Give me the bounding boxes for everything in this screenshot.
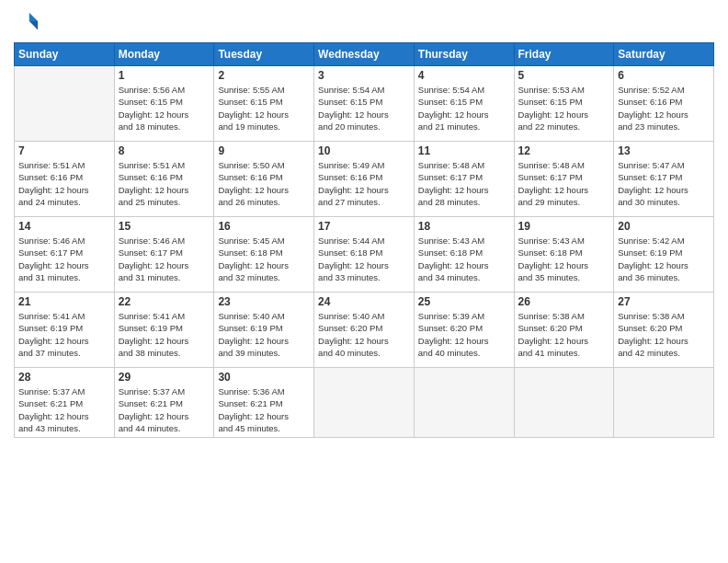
calendar-row-2: 14Sunrise: 5:46 AM Sunset: 6:17 PM Dayli… xyxy=(15,217,714,293)
calendar-cell: 25Sunrise: 5:39 AM Sunset: 6:20 PM Dayli… xyxy=(414,293,514,368)
day-number: 7 xyxy=(18,144,110,157)
day-number: 29 xyxy=(119,371,210,384)
svg-marker-1 xyxy=(29,21,38,29)
day-info: Sunrise: 5:54 AM Sunset: 6:15 PM Dayligh… xyxy=(418,84,510,132)
day-number: 11 xyxy=(418,144,510,157)
day-number: 5 xyxy=(518,69,610,82)
day-info: Sunrise: 5:51 AM Sunset: 6:16 PM Dayligh… xyxy=(18,159,110,208)
day-number: 22 xyxy=(119,295,210,308)
page: SundayMondayTuesdayWednesdayThursdayFrid… xyxy=(0,0,728,563)
calendar-cell xyxy=(314,368,415,438)
day-number: 17 xyxy=(318,220,410,233)
day-info: Sunrise: 5:46 AM Sunset: 6:17 PM Dayligh… xyxy=(119,235,210,283)
calendar-cell: 29Sunrise: 5:37 AM Sunset: 6:21 PM Dayli… xyxy=(114,368,214,438)
calendar-cell: 1Sunrise: 5:56 AM Sunset: 6:15 PM Daylig… xyxy=(114,66,214,142)
calendar-cell: 8Sunrise: 5:51 AM Sunset: 6:16 PM Daylig… xyxy=(114,142,214,217)
calendar-cell xyxy=(414,368,514,438)
svg-marker-0 xyxy=(29,13,38,21)
day-number: 30 xyxy=(218,371,310,384)
day-number: 12 xyxy=(518,144,610,157)
day-info: Sunrise: 5:37 AM Sunset: 6:21 PM Dayligh… xyxy=(119,385,210,434)
calendar-cell: 13Sunrise: 5:47 AM Sunset: 6:17 PM Dayli… xyxy=(614,142,714,217)
weekday-header-wednesday: Wednesday xyxy=(314,43,415,66)
calendar-cell: 15Sunrise: 5:46 AM Sunset: 6:17 PM Dayli… xyxy=(114,217,214,293)
calendar-cell: 26Sunrise: 5:38 AM Sunset: 6:20 PM Dayli… xyxy=(514,293,614,368)
day-info: Sunrise: 5:45 AM Sunset: 6:18 PM Dayligh… xyxy=(218,235,310,283)
calendar-cell: 28Sunrise: 5:37 AM Sunset: 6:21 PM Dayli… xyxy=(15,368,115,438)
calendar-cell: 16Sunrise: 5:45 AM Sunset: 6:18 PM Dayli… xyxy=(214,217,314,293)
calendar-cell: 9Sunrise: 5:50 AM Sunset: 6:16 PM Daylig… xyxy=(214,142,314,217)
calendar: SundayMondayTuesdayWednesdayThursdayFrid… xyxy=(14,42,714,438)
calendar-cell: 19Sunrise: 5:43 AM Sunset: 6:18 PM Dayli… xyxy=(514,217,614,293)
day-info: Sunrise: 5:47 AM Sunset: 6:17 PM Dayligh… xyxy=(618,159,710,208)
day-info: Sunrise: 5:48 AM Sunset: 6:17 PM Dayligh… xyxy=(518,159,610,208)
calendar-cell: 17Sunrise: 5:44 AM Sunset: 6:18 PM Dayli… xyxy=(314,217,415,293)
calendar-row-4: 28Sunrise: 5:37 AM Sunset: 6:21 PM Dayli… xyxy=(15,368,714,438)
calendar-cell: 10Sunrise: 5:49 AM Sunset: 6:16 PM Dayli… xyxy=(314,142,415,217)
day-number: 14 xyxy=(18,220,110,233)
calendar-cell: 30Sunrise: 5:36 AM Sunset: 6:21 PM Dayli… xyxy=(214,368,314,438)
day-info: Sunrise: 5:41 AM Sunset: 6:19 PM Dayligh… xyxy=(119,310,210,359)
calendar-cell: 23Sunrise: 5:40 AM Sunset: 6:19 PM Dayli… xyxy=(214,293,314,368)
day-info: Sunrise: 5:55 AM Sunset: 6:15 PM Dayligh… xyxy=(218,84,310,132)
day-info: Sunrise: 5:43 AM Sunset: 6:18 PM Dayligh… xyxy=(418,235,510,283)
calendar-cell: 4Sunrise: 5:54 AM Sunset: 6:15 PM Daylig… xyxy=(414,66,514,142)
logo-icon xyxy=(14,9,40,35)
day-number: 24 xyxy=(318,295,410,308)
day-info: Sunrise: 5:38 AM Sunset: 6:20 PM Dayligh… xyxy=(518,310,610,359)
day-number: 13 xyxy=(618,144,710,157)
day-info: Sunrise: 5:38 AM Sunset: 6:20 PM Dayligh… xyxy=(618,310,710,359)
day-info: Sunrise: 5:51 AM Sunset: 6:16 PM Dayligh… xyxy=(119,159,210,208)
day-info: Sunrise: 5:37 AM Sunset: 6:21 PM Dayligh… xyxy=(18,385,110,434)
day-number: 19 xyxy=(518,220,610,233)
day-info: Sunrise: 5:52 AM Sunset: 6:16 PM Dayligh… xyxy=(618,84,710,132)
day-info: Sunrise: 5:36 AM Sunset: 6:21 PM Dayligh… xyxy=(218,385,310,434)
day-number: 25 xyxy=(418,295,510,308)
day-info: Sunrise: 5:54 AM Sunset: 6:15 PM Dayligh… xyxy=(318,84,410,132)
day-info: Sunrise: 5:44 AM Sunset: 6:18 PM Dayligh… xyxy=(318,235,410,283)
day-number: 15 xyxy=(119,220,210,233)
calendar-cell: 12Sunrise: 5:48 AM Sunset: 6:17 PM Dayli… xyxy=(514,142,614,217)
day-number: 16 xyxy=(218,220,310,233)
day-number: 2 xyxy=(218,69,310,82)
weekday-header-thursday: Thursday xyxy=(414,43,514,66)
day-info: Sunrise: 5:53 AM Sunset: 6:15 PM Dayligh… xyxy=(518,84,610,132)
calendar-cell: 6Sunrise: 5:52 AM Sunset: 6:16 PM Daylig… xyxy=(614,66,714,142)
calendar-cell: 2Sunrise: 5:55 AM Sunset: 6:15 PM Daylig… xyxy=(214,66,314,142)
calendar-cell: 3Sunrise: 5:54 AM Sunset: 6:15 PM Daylig… xyxy=(314,66,415,142)
day-info: Sunrise: 5:41 AM Sunset: 6:19 PM Dayligh… xyxy=(18,310,110,359)
day-number: 27 xyxy=(618,295,710,308)
calendar-cell: 22Sunrise: 5:41 AM Sunset: 6:19 PM Dayli… xyxy=(114,293,214,368)
day-number: 28 xyxy=(18,371,110,384)
calendar-cell: 14Sunrise: 5:46 AM Sunset: 6:17 PM Dayli… xyxy=(15,217,115,293)
calendar-cell: 20Sunrise: 5:42 AM Sunset: 6:19 PM Dayli… xyxy=(614,217,714,293)
day-number: 23 xyxy=(218,295,310,308)
weekday-header-friday: Friday xyxy=(514,43,614,66)
day-number: 3 xyxy=(318,69,410,82)
day-info: Sunrise: 5:42 AM Sunset: 6:19 PM Dayligh… xyxy=(618,235,710,283)
day-info: Sunrise: 5:40 AM Sunset: 6:20 PM Dayligh… xyxy=(318,310,410,359)
day-number: 8 xyxy=(119,144,210,157)
day-info: Sunrise: 5:56 AM Sunset: 6:15 PM Dayligh… xyxy=(119,84,210,132)
day-info: Sunrise: 5:48 AM Sunset: 6:17 PM Dayligh… xyxy=(418,159,510,208)
day-number: 6 xyxy=(618,69,710,82)
day-number: 26 xyxy=(518,295,610,308)
header xyxy=(14,9,714,35)
day-number: 18 xyxy=(418,220,510,233)
calendar-cell: 5Sunrise: 5:53 AM Sunset: 6:15 PM Daylig… xyxy=(514,66,614,142)
calendar-cell: 24Sunrise: 5:40 AM Sunset: 6:20 PM Dayli… xyxy=(314,293,415,368)
day-number: 4 xyxy=(418,69,510,82)
weekday-header-tuesday: Tuesday xyxy=(214,43,314,66)
calendar-cell xyxy=(514,368,614,438)
day-number: 21 xyxy=(18,295,110,308)
day-info: Sunrise: 5:40 AM Sunset: 6:19 PM Dayligh… xyxy=(218,310,310,359)
calendar-cell: 27Sunrise: 5:38 AM Sunset: 6:20 PM Dayli… xyxy=(614,293,714,368)
day-number: 20 xyxy=(618,220,710,233)
day-number: 10 xyxy=(318,144,410,157)
weekday-header-sunday: Sunday xyxy=(15,43,115,66)
day-number: 1 xyxy=(119,69,210,82)
day-info: Sunrise: 5:50 AM Sunset: 6:16 PM Dayligh… xyxy=(218,159,310,208)
day-number: 9 xyxy=(218,144,310,157)
calendar-cell xyxy=(15,66,115,142)
day-info: Sunrise: 5:46 AM Sunset: 6:17 PM Dayligh… xyxy=(18,235,110,283)
